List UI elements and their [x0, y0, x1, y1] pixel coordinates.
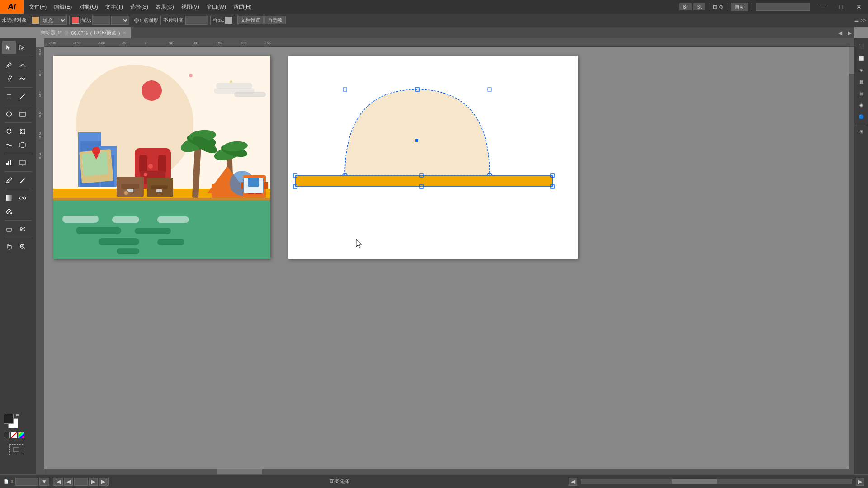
status-zoom-area: 📄 🖥 66.67% ▼ — [4, 478, 49, 486]
menu-text[interactable]: 文字(T) — [102, 1, 127, 13]
svg-line-37 — [22, 227, 25, 229]
minimize-button[interactable]: ─ — [814, 0, 832, 14]
smooth-tool[interactable] — [16, 72, 29, 85]
svg-point-32 — [10, 212, 12, 214]
stroke-value-input[interactable] — [92, 16, 110, 25]
curvature-tool[interactable] — [16, 58, 29, 72]
collapse-icon[interactable]: >> — [860, 18, 866, 23]
doc-settings-button[interactable]: 文档设置 — [237, 16, 264, 24]
grid-view-icon[interactable]: ⊞ — [713, 4, 717, 10]
foreground-color-swatch[interactable] — [4, 414, 14, 424]
right-panel-btn-3[interactable]: ◈ — [856, 64, 867, 75]
menu-effects[interactable]: 效果(C) — [152, 1, 178, 13]
right-panel-btn-7[interactable]: 🔵 — [856, 111, 867, 122]
vertical-scrollbar-thumb[interactable] — [849, 47, 854, 74]
tab-scroll-left[interactable]: ◀ — [835, 30, 845, 36]
horizontal-scroll-track[interactable] — [581, 479, 852, 484]
type-tools-group: T — [2, 89, 34, 103]
fill-type-select[interactable]: 填充 — [40, 16, 67, 25]
arrange-icon[interactable]: ⚙ — [719, 4, 723, 10]
right-panel-btn-8[interactable]: ⊞ — [856, 126, 867, 137]
scroll-left-btn[interactable]: ◀ — [569, 478, 577, 486]
right-panel-btn-2[interactable]: ⬜ — [856, 52, 867, 63]
view-tools-group — [2, 240, 34, 253]
tab-scroll-right[interactable]: ▶ — [845, 30, 854, 36]
fill-color[interactable] — [32, 17, 39, 24]
zoom-tool[interactable] — [16, 240, 29, 253]
document-page-1 — [53, 56, 270, 259]
menu-window[interactable]: 窗口(W) — [203, 1, 230, 13]
eraser-tool[interactable] — [2, 222, 16, 236]
maximize-button[interactable]: □ — [832, 0, 850, 14]
auto-mode-button[interactable]: 自动 — [731, 3, 748, 11]
gradient-icon[interactable] — [18, 432, 24, 438]
scissors-tool[interactable] — [16, 222, 29, 236]
line-tool[interactable] — [16, 89, 29, 103]
svg-line-40 — [24, 248, 25, 249]
scroll-right-btn[interactable]: ▶ — [856, 478, 864, 486]
stroke-color[interactable] — [72, 17, 79, 24]
no-fill-icon[interactable] — [4, 432, 10, 438]
chart-tool[interactable] — [2, 156, 16, 169]
eyedropper-tool[interactable] — [2, 174, 16, 187]
br-button[interactable]: Br — [679, 3, 692, 10]
tab-close-button[interactable]: ✕ — [123, 30, 126, 35]
menu-file[interactable]: 文件(F) — [25, 1, 50, 13]
zoom-down-btn[interactable]: ▼ — [39, 478, 49, 486]
menu-edit[interactable]: 编辑(E) — [50, 1, 75, 13]
search-input[interactable] — [756, 3, 810, 11]
right-panel-btn-6[interactable]: ◉ — [856, 99, 867, 110]
document-tab[interactable]: 未标题-1* @ 66.67% ( RGB/预览 ) ✕ — [36, 27, 131, 38]
page-next-btn[interactable]: ▶ — [89, 478, 98, 486]
zoom-input[interactable]: 66.67% — [15, 478, 38, 486]
rotate-tool[interactable] — [2, 125, 16, 138]
artboard-tool[interactable] — [16, 156, 29, 169]
stroke-unit-select[interactable] — [111, 16, 129, 25]
right-panel-btn-5[interactable]: ▤ — [856, 88, 867, 99]
paint-bucket-tool[interactable] — [2, 205, 16, 218]
ellipse-tool[interactable] — [2, 107, 16, 121]
measure-tool[interactable] — [16, 174, 29, 187]
menu-view[interactable]: 视图(V) — [178, 1, 203, 13]
st-button[interactable]: St — [693, 3, 705, 10]
gradient-tool[interactable] — [2, 191, 16, 205]
blend-tool[interactable] — [16, 191, 29, 205]
page-first-btn[interactable]: |◀ — [53, 478, 63, 486]
rectangle-tool[interactable] — [16, 107, 29, 121]
artboard-tool-bottom[interactable] — [4, 443, 29, 456]
warp-tool[interactable] — [2, 138, 16, 152]
right-panel-btn-1[interactable]: ⬛ — [856, 41, 867, 52]
direct-select-tool[interactable] — [16, 41, 29, 54]
chart-tools-group — [2, 156, 34, 169]
type-tool[interactable]: T — [2, 89, 16, 103]
canvas-area[interactable] — [44, 47, 854, 474]
menu-help[interactable]: 帮助(H) — [230, 1, 255, 13]
vertical-scrollbar[interactable] — [849, 47, 854, 474]
pen-tool[interactable] — [2, 58, 16, 72]
transform-tool[interactable] — [16, 125, 29, 138]
menu-object[interactable]: 对象(O) — [75, 1, 101, 13]
style-color[interactable] — [225, 17, 232, 24]
transform-tools-group — [2, 125, 34, 152]
opacity-input[interactable]: 100% — [185, 16, 208, 25]
right-panel-btn-4[interactable]: ▦ — [856, 76, 867, 87]
tab-color-mode-value: RGB/预览 — [94, 29, 116, 36]
page-input[interactable]: 1 — [74, 478, 88, 486]
free-transform-tool[interactable] — [16, 138, 29, 152]
preferences-button[interactable]: 首选项 — [264, 16, 286, 24]
menu-select[interactable]: 选择(S) — [127, 1, 152, 13]
horizontal-scroll-indicator[interactable] — [672, 479, 717, 484]
color-icon[interactable] — [11, 432, 17, 438]
svg-rect-43 — [14, 447, 19, 452]
horizontal-scrollbar[interactable] — [36, 469, 849, 474]
horizontal-scrollbar-thumb[interactable] — [217, 469, 262, 474]
swap-colors-icon[interactable]: ⇄ — [16, 413, 19, 417]
hand-tool[interactable] — [2, 240, 16, 253]
pencil-tool[interactable] — [2, 72, 16, 85]
select-tool[interactable] — [2, 41, 16, 54]
panel-toggle-icon[interactable]: ≡ — [854, 16, 859, 24]
page-prev-btn[interactable]: ◀ — [64, 478, 73, 486]
window-controls: ─ □ ✕ — [814, 0, 868, 14]
page-last-btn[interactable]: ▶| — [99, 478, 109, 486]
close-button[interactable]: ✕ — [850, 0, 868, 14]
